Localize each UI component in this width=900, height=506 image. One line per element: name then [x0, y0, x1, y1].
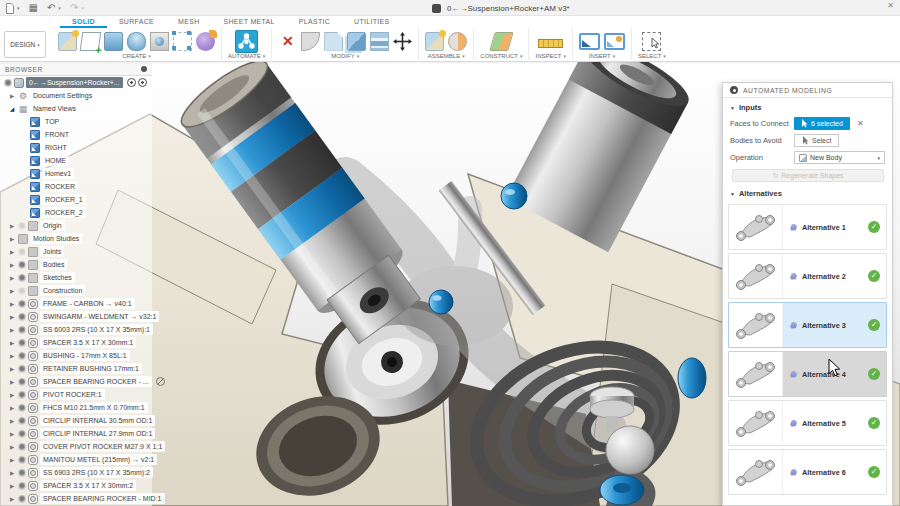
workspace-tab[interactable]: SHEET METAL	[212, 16, 287, 28]
browser-tree-item[interactable]: RETAINER BUSHING 17mm:1	[0, 362, 152, 375]
combine-icon[interactable]	[347, 32, 366, 51]
alternative-row[interactable]: Alternative 2 ✓	[783, 254, 886, 298]
expander-icon[interactable]	[8, 352, 16, 359]
visibility-icon[interactable]	[18, 417, 26, 425]
select-menu[interactable]: SELECT▾	[638, 53, 666, 59]
document-tab[interactable]: 0←→Suspension+Rocker+AM v3*	[432, 0, 570, 16]
visibility-icon[interactable]	[18, 391, 26, 399]
assemble-menu[interactable]: ASSEMBLE▾	[428, 53, 465, 59]
expander-icon[interactable]	[8, 261, 16, 268]
expander-icon[interactable]	[8, 313, 16, 320]
expander-icon[interactable]	[8, 443, 16, 450]
expander-icon[interactable]	[8, 365, 16, 372]
pattern-icon[interactable]	[173, 32, 192, 51]
workspace-tab[interactable]: UTILITIES	[342, 16, 401, 28]
visibility-icon[interactable]	[4, 79, 12, 87]
visibility-icon[interactable]	[18, 469, 26, 477]
alternative-card[interactable]: Alternative 1 ✓	[728, 204, 887, 250]
joint-icon[interactable]	[448, 32, 467, 51]
browser-tree-item[interactable]: SS 6003 2RS (10 X 17 X 35mm):1	[0, 323, 152, 336]
alternative-row[interactable]: Alternative 6 ✓	[783, 450, 886, 494]
visibility-icon[interactable]	[18, 339, 26, 347]
browser-tree-item[interactable]: Bodies	[0, 258, 152, 271]
browser-tree-item[interactable]: SPACER 3.5 X 17 X 30mm:1	[0, 336, 152, 349]
construction-plane-icon[interactable]	[489, 32, 513, 51]
chamfer-icon[interactable]	[324, 32, 343, 51]
move-icon[interactable]	[393, 32, 412, 51]
new-component-icon[interactable]	[58, 32, 77, 51]
measure-icon[interactable]	[538, 39, 563, 48]
browser-tree-item[interactable]: SWINGARM - WELDMENT → v32:1	[0, 310, 152, 323]
alternative-card[interactable]: Alternative 2 ✓	[728, 253, 887, 299]
modify-menu[interactable]: MODIFY▾	[331, 53, 359, 59]
visibility-icon[interactable]	[18, 482, 26, 490]
visibility-icon[interactable]	[18, 495, 26, 503]
visibility-icon[interactable]	[18, 261, 26, 269]
visibility-icon[interactable]	[18, 300, 26, 308]
browser-tree-item[interactable]: TOP	[0, 115, 152, 128]
alternative-row[interactable]: Alternative 3 ✓	[783, 303, 886, 347]
browser-tree-item[interactable]: ROCKER	[0, 180, 152, 193]
undo-caret-icon[interactable]: ▾	[58, 5, 61, 11]
browser-tree-item[interactable]: COVER PIVOT ROCKER M27.9 X 1:1	[0, 440, 152, 453]
hole-icon[interactable]	[150, 32, 169, 51]
browser-tree-item[interactable]: SS 6903 2RS (10 X 17 X 35mm):2	[0, 466, 152, 479]
file-menu-caret-icon[interactable]: ▾	[17, 5, 20, 11]
expander-icon[interactable]	[8, 469, 16, 476]
redo-icon[interactable]: ↷	[70, 2, 78, 14]
design-workspace-menu[interactable]: DESIGN ▾	[4, 31, 46, 58]
expander-icon[interactable]	[8, 404, 16, 411]
browser-tree-item[interactable]: RIGHT	[0, 141, 152, 154]
undo-icon[interactable]: ↶	[47, 2, 55, 14]
expander-icon[interactable]	[8, 391, 16, 398]
insert-canvas-icon[interactable]	[604, 33, 625, 50]
expander-icon[interactable]	[8, 339, 16, 346]
expander-icon[interactable]	[8, 235, 16, 242]
file-menu-icon[interactable]	[6, 3, 14, 14]
expander-icon[interactable]	[8, 456, 16, 463]
expander-icon[interactable]	[8, 92, 16, 99]
browser-tree-item[interactable]: FHCS M10 21.5mm X 0.70mm:1	[0, 401, 152, 414]
browser-tree-item[interactable]: ROCKER_2	[0, 206, 152, 219]
alternatives-section-header[interactable]: ▼ Alternatives	[723, 184, 892, 201]
alternative-card[interactable]: Alternative 6 ✓	[728, 449, 887, 495]
expander-icon[interactable]	[8, 105, 16, 112]
alternative-card[interactable]: Alternative 4 ✓	[728, 351, 887, 397]
browser-tree-item[interactable]: FRAME - CARBON → v40:1	[0, 297, 152, 310]
browser-tree-item[interactable]: Origin	[0, 219, 152, 232]
regenerate-shapes-button[interactable]: ↻ Regenerate Shapes	[732, 169, 884, 182]
workspace-tab[interactable]: SURFACE	[107, 16, 166, 28]
expander-icon[interactable]	[8, 248, 16, 255]
browser-tree-item[interactable]: Joints	[0, 245, 152, 258]
split-body-icon[interactable]	[370, 32, 389, 51]
expander-icon[interactable]	[8, 495, 16, 502]
visibility-icon[interactable]	[18, 222, 26, 230]
inspect-menu[interactable]: INSPECT▾	[535, 53, 566, 59]
browser-tree-item[interactable]: CIRCLIP INTERNAL 27.9mm OD:1	[0, 427, 152, 440]
delete-icon[interactable]: ✕	[278, 32, 297, 51]
visibility-icon[interactable]	[18, 313, 26, 321]
browser-tree-item[interactable]: CIRCLIP INTERNAL 30.5mm OD:1	[0, 414, 152, 427]
visibility-icon[interactable]	[18, 365, 26, 373]
visibility-icon[interactable]	[18, 404, 26, 412]
workspace-tab[interactable]: PLASTIC	[287, 16, 342, 28]
workspace-tab[interactable]: SOLID	[60, 16, 107, 28]
new-component-icon[interactable]	[425, 32, 444, 51]
bodies-select-button[interactable]: Select	[794, 134, 839, 147]
expander-icon[interactable]	[8, 287, 16, 294]
expander-icon[interactable]	[8, 417, 16, 424]
insert-derive-icon[interactable]	[579, 33, 600, 50]
create-menu[interactable]: CREATE▾	[122, 53, 150, 59]
visibility-icon[interactable]	[18, 352, 26, 360]
browser-tree-item[interactable]: 0←→Suspension+Rocker+...	[0, 76, 152, 89]
browser-tree-item[interactable]: ROCKER_1	[0, 193, 152, 206]
visibility-icon[interactable]	[18, 287, 26, 295]
alternative-row[interactable]: Alternative 1 ✓	[783, 205, 886, 249]
visibility-icon[interactable]	[18, 456, 26, 464]
form-icon[interactable]	[196, 32, 215, 51]
extrude-icon[interactable]	[104, 32, 123, 51]
fillet-icon[interactable]	[301, 32, 320, 51]
alternative-card[interactable]: Alternative 3 ✓	[728, 302, 887, 348]
alternative-row[interactable]: Alternative 5 ✓	[783, 401, 886, 445]
visibility-icon[interactable]	[18, 430, 26, 438]
